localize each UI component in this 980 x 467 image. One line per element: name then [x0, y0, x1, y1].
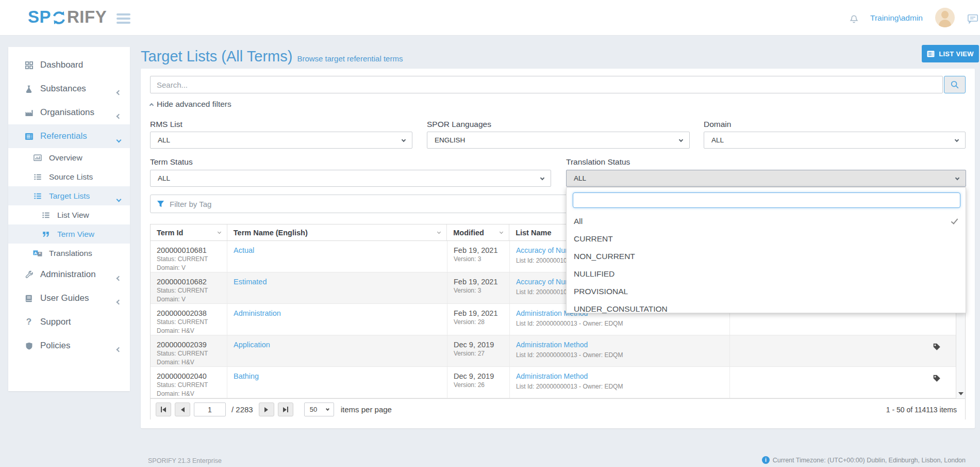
term-domain: Domain: H&V: [157, 390, 221, 398]
spor-languages-value: ENGLISH: [435, 136, 465, 144]
tag-icon[interactable]: [932, 374, 941, 384]
refresh-icon: [52, 10, 67, 25]
translation-status-label: Translation Status: [566, 157, 630, 167]
translation-status-filter-input[interactable]: [573, 192, 960, 208]
spor-languages-select[interactable]: ENGLISH: [427, 132, 690, 149]
term-name-link[interactable]: Actual: [234, 246, 441, 255]
version: Version: 28: [454, 318, 503, 327]
list-icon: [32, 192, 43, 200]
rms-list-value: ALL: [158, 136, 170, 144]
sidebar-item-support[interactable]: ? Support: [8, 310, 130, 334]
term-name-link[interactable]: Bathing: [234, 372, 441, 381]
search-input[interactable]: [150, 76, 943, 93]
list-view-icon: [927, 51, 935, 57]
domain-label: Domain: [704, 120, 731, 129]
sidebar-item-overview[interactable]: Overview: [8, 148, 130, 167]
user-menu[interactable]: Training\admin: [870, 13, 923, 23]
list-info: List Id: 200000000013 - Owner: EDQM: [516, 351, 723, 360]
items-per-page-label: items per page: [341, 405, 392, 414]
dropdown-option-provisional[interactable]: PROVISIONAL: [567, 283, 966, 300]
chevron-left-icon: [117, 296, 121, 307]
logo-text-sp: SP: [28, 7, 51, 27]
page-size-value: 50: [310, 406, 317, 413]
list-icon: [40, 211, 52, 219]
term-status: Status: CURRENT: [157, 318, 221, 327]
timezone-label: Current Timezone: (UTC+00:00) Dublin, Ed…: [773, 457, 966, 464]
sidebar-item-user-guides[interactable]: User Guides: [8, 286, 130, 310]
sidebar-item-referentials[interactable]: Referentials: [8, 124, 130, 148]
sidebar-item-administration[interactable]: Administration: [8, 263, 130, 286]
sidebar-item-list-view[interactable]: List View: [8, 205, 130, 224]
search-button[interactable]: [944, 76, 966, 93]
sidebar-item-label: Source Lists: [49, 172, 93, 182]
sidebar-item-term-view[interactable]: Term View: [8, 224, 130, 244]
first-page-button[interactable]: [156, 402, 171, 416]
term-domain: Domain: H&V: [157, 327, 221, 335]
sidebar-item-translations[interactable]: A* Translations: [8, 244, 130, 263]
question-icon: ?: [23, 317, 35, 327]
term-name-link[interactable]: Estimated: [234, 277, 441, 286]
sidebar-item-substances[interactable]: Substances: [8, 77, 130, 101]
modified-date: Feb 19, 2021: [454, 309, 503, 318]
page-size-select[interactable]: 50: [304, 402, 334, 416]
dropdown-option-nullified[interactable]: NULLIFIED: [567, 265, 966, 283]
filters-toggle-label: Hide advanced filters: [157, 100, 231, 109]
sidebar-item-target-lists[interactable]: Target Lists: [8, 186, 130, 205]
list-view-label: LIST VIEW: [939, 50, 974, 58]
term-id: 200000010682: [157, 277, 221, 286]
footer-version-label: SPORIFY 21.3 Enterprise: [148, 457, 222, 464]
list-info: List Id: 200000000013 - Owner: EDQM: [516, 319, 723, 328]
term-name-link[interactable]: Application: [234, 340, 441, 349]
dropdown-option-under-consultation[interactable]: UNDER_CONSULTATION: [567, 300, 966, 318]
page-subtitle: Browse target referential terms: [297, 54, 403, 63]
column-header-term-id[interactable]: Term Id: [151, 224, 227, 240]
scroll-down-icon[interactable]: [958, 392, 964, 395]
sidebar-item-dashboard[interactable]: Dashboard: [8, 53, 130, 77]
chevron-left-icon: [117, 272, 121, 283]
sidebar-item-label: Administration: [40, 269, 96, 280]
next-page-button[interactable]: [259, 402, 274, 416]
dropdown-option-current[interactable]: CURRENT: [567, 230, 966, 248]
list-name-link[interactable]: Administration Method: [516, 372, 723, 381]
sidebar-item-label: Referentials: [40, 131, 87, 141]
term-status: Status: CURRENT: [157, 255, 221, 264]
previous-page-button[interactable]: [175, 402, 190, 416]
sidebar-item-organisations[interactable]: Organisations: [8, 101, 130, 124]
dropdown-option-non-current[interactable]: NON_CURRENT: [567, 248, 966, 265]
translation-status-value: ALL: [574, 174, 586, 182]
rms-list-select[interactable]: ALL: [150, 132, 412, 149]
version: Version: 3: [454, 255, 503, 264]
sidebar-item-label: Target Lists: [49, 191, 90, 201]
sporify-logo[interactable]: SP RIFY: [28, 7, 107, 27]
list-view-button[interactable]: LIST VIEW: [922, 45, 979, 62]
hamburger-menu-icon[interactable]: [117, 13, 130, 26]
term-status-select[interactable]: ALL: [150, 170, 551, 187]
chevron-down-icon: [437, 230, 441, 233]
items-range-label: 1 - 50 of 114113 items: [886, 406, 960, 414]
term-domain: Domain: H&V: [157, 358, 221, 367]
info-icon: i: [762, 456, 770, 464]
modified-date: Dec 9, 2019: [454, 340, 503, 349]
column-header-modified[interactable]: Modified: [447, 224, 509, 240]
sidebar-item-policies[interactable]: Policies: [8, 334, 130, 358]
sidebar-item-source-lists[interactable]: Source Lists: [8, 167, 130, 186]
page-header: Target Lists (All Terms) Browse target r…: [141, 48, 403, 65]
last-page-button[interactable]: [278, 402, 293, 416]
translation-status-select[interactable]: ALL: [566, 170, 966, 187]
hide-advanced-filters-toggle[interactable]: Hide advanced filters: [150, 100, 231, 109]
feedback-chat-icon[interactable]: [967, 13, 978, 26]
page-number-input[interactable]: [194, 402, 226, 416]
translate-icon: A*: [32, 249, 43, 257]
spor-languages-label: SPOR Languages: [427, 120, 491, 129]
avatar[interactable]: [935, 8, 955, 27]
domain-value: ALL: [711, 136, 724, 144]
grid-icon: [23, 61, 35, 70]
dropdown-option-all[interactable]: All: [567, 213, 966, 230]
term-name-link[interactable]: Administration: [234, 309, 441, 318]
column-header-term-name[interactable]: Term Name (English): [227, 224, 447, 240]
domain-select[interactable]: ALL: [704, 132, 966, 149]
sidebar-item-label: Organisations: [40, 107, 94, 118]
notifications-bell-icon[interactable]: [848, 12, 860, 26]
tag-icon[interactable]: [932, 342, 941, 353]
list-name-link[interactable]: Administration Method: [516, 340, 723, 349]
